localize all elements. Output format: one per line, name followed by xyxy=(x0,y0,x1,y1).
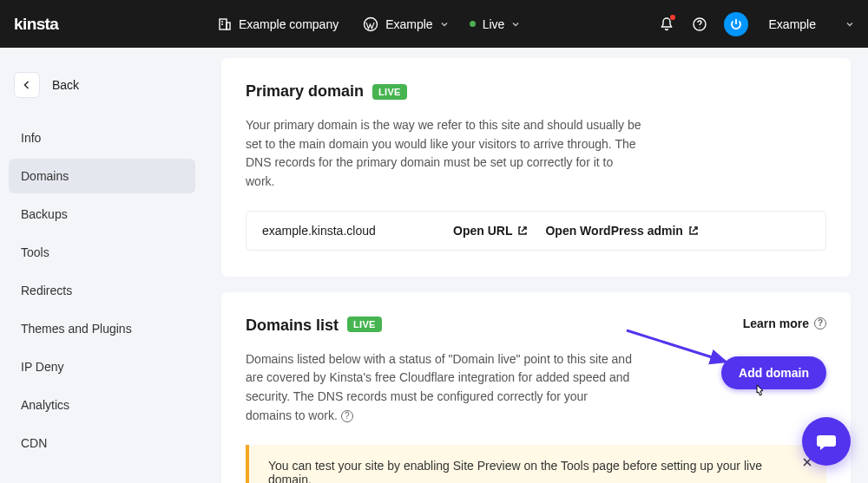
note-text: You can test your site by enabling Site … xyxy=(268,459,807,484)
question-circle-icon xyxy=(692,16,707,32)
sidebar-item-redirects[interactable]: Redirects xyxy=(9,273,195,308)
status-dot-icon xyxy=(470,21,476,27)
question-circle-icon: ? xyxy=(814,317,826,330)
open-wordpress-admin-link[interactable]: Open WordPress admin xyxy=(545,224,698,238)
company-selector[interactable]: Example company xyxy=(218,17,339,31)
arrow-left-icon xyxy=(21,79,33,91)
svg-point-7 xyxy=(699,27,700,28)
primary-domain-description: Your primary domain is the way we refer … xyxy=(246,116,645,192)
live-badge: LIVE xyxy=(347,317,382,332)
back-label: Back xyxy=(52,78,79,92)
primary-domain-row: example.kinsta.cloud Open URL Open WordP… xyxy=(246,211,826,251)
question-circle-icon: ? xyxy=(341,410,353,422)
back-button[interactable]: Back xyxy=(9,72,195,98)
domains-list-description: Domains listed below with a status of "D… xyxy=(246,350,632,426)
chevron-down-icon xyxy=(440,20,449,29)
primary-domain-title: Primary domain xyxy=(246,82,364,101)
back-arrow-box xyxy=(14,72,40,98)
domains-list-card: Domains list LIVE Learn more ? Domains l… xyxy=(221,292,851,483)
power-button[interactable] xyxy=(724,12,748,36)
environment-selector[interactable]: Live xyxy=(470,17,521,31)
environment-label: Live xyxy=(483,17,505,31)
user-menu[interactable]: Example xyxy=(769,17,854,31)
chevron-down-icon xyxy=(845,20,854,29)
chat-icon xyxy=(814,429,838,454)
sidebar: Back Info Domains Backups Tools Redirect… xyxy=(0,48,204,483)
top-header: kinsta Example company Example Live Exam… xyxy=(0,0,868,48)
domains-list-title: Domains list xyxy=(246,317,339,335)
live-badge: LIVE xyxy=(372,84,407,100)
sidebar-item-cdn[interactable]: CDN xyxy=(9,426,195,460)
wordpress-icon xyxy=(363,16,378,32)
chat-widget-button[interactable] xyxy=(802,417,851,466)
company-name: Example company xyxy=(239,17,339,31)
site-selector[interactable]: Example xyxy=(363,16,448,32)
sidebar-item-backups[interactable]: Backups xyxy=(9,197,195,232)
main-content: Primary domain LIVE Your primary domain … xyxy=(204,48,868,483)
kinsta-logo[interactable]: kinsta xyxy=(14,15,92,34)
sidebar-item-analytics[interactable]: Analytics xyxy=(9,388,195,422)
svg-text:kinsta: kinsta xyxy=(14,15,59,33)
external-link-icon xyxy=(517,225,528,236)
user-name: Example xyxy=(769,17,816,31)
external-link-icon xyxy=(688,225,699,236)
sidebar-item-domains[interactable]: Domains xyxy=(9,159,195,193)
sidebar-item-themes-plugins[interactable]: Themes and Plugins xyxy=(9,311,195,346)
chevron-down-icon xyxy=(511,20,520,29)
open-url-link[interactable]: Open URL xyxy=(453,224,528,238)
notifications-button[interactable] xyxy=(658,16,675,33)
svg-rect-2 xyxy=(227,23,230,29)
site-name: Example xyxy=(385,17,432,31)
site-preview-note: You can test your site by enabling Site … xyxy=(246,445,826,484)
notification-badge xyxy=(670,15,675,20)
add-domain-button[interactable]: Add domain xyxy=(721,356,826,389)
sidebar-item-tools[interactable]: Tools xyxy=(9,235,195,270)
primary-domain-value: example.kinsta.cloud xyxy=(262,224,436,238)
sidebar-item-ip-deny[interactable]: IP Deny xyxy=(9,349,195,384)
building-icon xyxy=(218,17,232,31)
primary-domain-card: Primary domain LIVE Your primary domain … xyxy=(221,58,851,277)
help-button[interactable] xyxy=(691,16,708,33)
power-icon xyxy=(729,17,743,31)
sidebar-item-info[interactable]: Info xyxy=(9,121,195,155)
learn-more-link[interactable]: Learn more ? xyxy=(743,317,826,330)
